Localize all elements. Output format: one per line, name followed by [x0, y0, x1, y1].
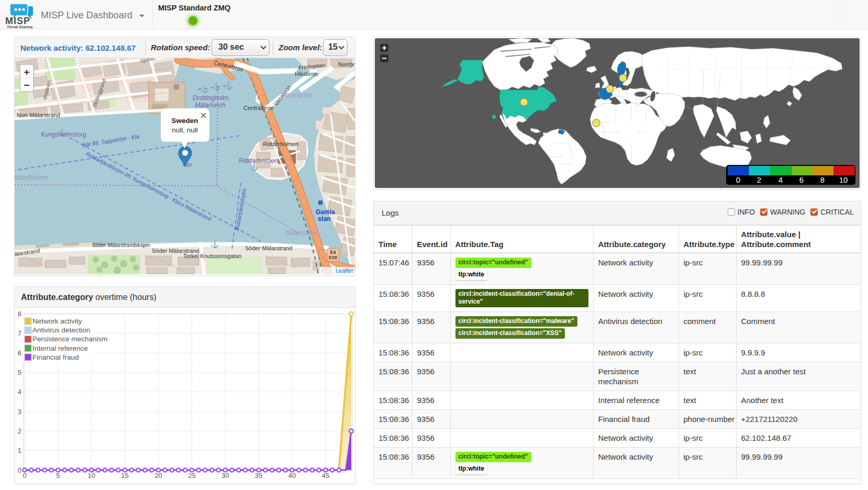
svg-text:Drottingholm,: Drottingholm,	[193, 94, 230, 102]
svg-text:−: −	[24, 80, 29, 91]
svg-text:25: 25	[188, 472, 195, 480]
svg-text:Centralbron: Centralbron	[243, 105, 273, 111]
svg-text:5: 5	[18, 369, 21, 376]
svg-text:Norrström: Norrström	[285, 92, 313, 99]
svg-text:+: +	[24, 66, 29, 77]
svg-text:Riddarholmen: Riddarholmen	[239, 157, 278, 164]
svg-text:6: 6	[799, 175, 804, 184]
svg-text:E4: E4	[330, 250, 336, 255]
svg-text:Threat Sharing: Threat Sharing	[7, 25, 32, 29]
svg-text:8: 8	[18, 310, 21, 318]
svg-text:Norrbr: Norrbr	[338, 61, 355, 68]
svg-text:null, null: null, null	[172, 126, 198, 134]
svg-text:10: 10	[88, 472, 95, 480]
svg-text:8: 8	[820, 175, 825, 184]
svg-text:stan: stan	[318, 215, 331, 222]
svg-text:Network activity: Network activity	[32, 317, 82, 325]
svg-text:Financial fraud: Financial fraud	[32, 353, 79, 361]
svg-text:6: 6	[18, 349, 21, 357]
svg-text:Persistence mechanism: Persistence mechanism	[32, 335, 107, 343]
svg-text:4: 4	[18, 388, 21, 396]
svg-text:3: 3	[18, 408, 21, 416]
svg-text:⚓: ⚓	[212, 82, 221, 91]
svg-text:0: 0	[18, 466, 21, 474]
svg-text:30: 30	[221, 472, 229, 480]
svg-text:⚓: ⚓	[210, 240, 219, 249]
svg-text:40: 40	[288, 472, 296, 480]
svg-text:iddarfjärden: iddarfjärden	[15, 174, 48, 181]
svg-text:5: 5	[56, 472, 60, 480]
svg-text:Riddarholmen: Riddarholmen	[263, 141, 298, 147]
svg-text:Riksbron: Riksbron	[295, 71, 317, 77]
svg-text:Kungsholmstorg: Kungsholmstorg	[41, 131, 86, 138]
svg-text:2: 2	[757, 175, 761, 184]
svg-text:15: 15	[121, 472, 128, 480]
svg-text:Mälarlunch: Mälarlunch	[195, 102, 226, 109]
svg-text:E20: E20	[329, 255, 337, 260]
svg-text:35: 35	[255, 472, 262, 480]
svg-text:Söder Mälarstrandskajen: Söder Mälarstrandskajen	[92, 242, 150, 248]
svg-text:Sweden: Sweden	[171, 117, 198, 125]
svg-text:Norr Mälarstrand: Norr Mälarstrand	[17, 112, 60, 118]
svg-text:20: 20	[154, 472, 162, 480]
svg-text:⚓: ⚓	[200, 85, 209, 94]
svg-text:Internal reference: Internal reference	[32, 344, 88, 352]
svg-text:⚓: ⚓	[224, 81, 233, 90]
svg-text:45: 45	[322, 472, 329, 480]
svg-text:7: 7	[18, 329, 21, 337]
svg-text:Antivirus detection: Antivirus detection	[32, 326, 90, 334]
svg-text:0: 0	[23, 472, 26, 480]
svg-text:4: 4	[778, 175, 783, 184]
svg-text:2: 2	[18, 427, 21, 435]
svg-text:Söder Mälarstrand: Söder Mälarstrand	[245, 245, 293, 251]
svg-text:Söderström: Söderström	[285, 229, 317, 237]
svg-text:Leaflet: Leaflet	[336, 268, 353, 274]
svg-text:10: 10	[839, 175, 848, 184]
svg-text:0: 0	[736, 175, 740, 184]
svg-text:Gamla: Gamla	[316, 208, 335, 216]
svg-text:Torkel Knutssonsgatan: Torkel Knutssonsgatan	[183, 253, 241, 259]
svg-text:1: 1	[18, 447, 21, 454]
